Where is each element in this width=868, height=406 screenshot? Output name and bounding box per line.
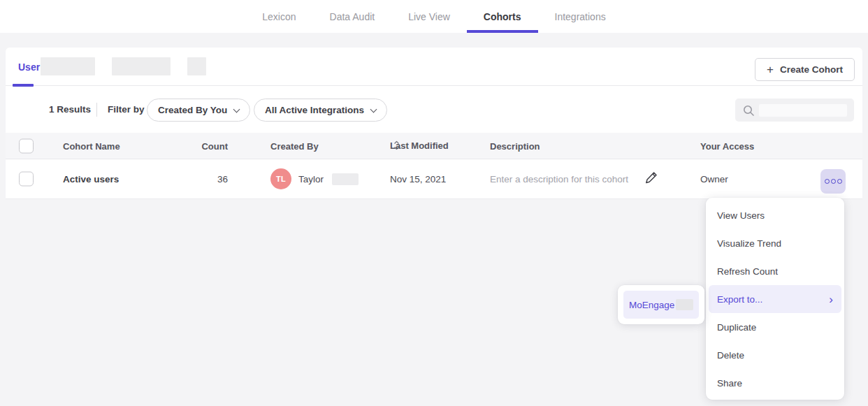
chevron-down-icon	[233, 106, 240, 113]
search-icon	[742, 104, 755, 117]
menu-item-export-to[interactable]: Export to... ›	[709, 285, 841, 313]
submenu-item-moengage[interactable]: MoEngage	[623, 291, 699, 319]
table-header-row: Cohort Name Count Created By Last Modifi…	[6, 133, 862, 159]
description-placeholder[interactable]: Enter a description for this cohort	[490, 174, 628, 184]
pencil-icon	[644, 171, 658, 185]
redacted-tab-block	[41, 57, 95, 75]
menu-item-delete[interactable]: Delete	[706, 341, 844, 369]
menu-item-visualize-trend[interactable]: Visualize Trend	[706, 229, 844, 257]
table-row[interactable]: Active users 36 TL Taylor Nov 15, 2021 E…	[6, 159, 862, 199]
header-your-access: Your Access	[700, 140, 754, 151]
plus-icon: +	[767, 63, 774, 77]
nav-tab-integrations[interactable]: Integrations	[538, 0, 623, 33]
redacted-search-text	[759, 104, 847, 117]
export-to-label: Export to...	[717, 294, 762, 305]
cohort-type-tabs-row: User + Create Cohort	[6, 48, 862, 86]
chevron-down-icon	[370, 106, 377, 113]
nav-tab-live-view[interactable]: Live View	[391, 0, 467, 33]
menu-item-duplicate[interactable]: Duplicate	[706, 313, 844, 341]
created-by-name: Taylor	[298, 174, 324, 184]
dot-icon	[831, 179, 836, 184]
tab-user-cohorts[interactable]: User	[18, 48, 40, 86]
redacted-tab-block	[187, 57, 206, 75]
count-cell: 36	[166, 174, 228, 184]
menu-item-share[interactable]: Share	[706, 369, 844, 397]
top-navigation: Lexicon Data Audit Live View Cohorts Int…	[0, 0, 868, 33]
redacted-submenu-block	[676, 299, 693, 310]
nav-tab-cohorts[interactable]: Cohorts	[467, 0, 538, 33]
redacted-last-name	[332, 173, 359, 185]
menu-item-refresh-count[interactable]: Refresh Count	[706, 257, 844, 285]
create-cohort-button[interactable]: + Create Cohort	[755, 58, 855, 81]
chevron-right-icon: ›	[829, 293, 833, 305]
filter-row: 1 Results Filter by Created By You All A…	[6, 86, 862, 133]
last-modified-cell: Nov 15, 2021	[390, 174, 446, 184]
row-checkbox[interactable]	[19, 172, 34, 187]
header-count: Count	[166, 140, 228, 151]
redacted-tab-block	[112, 57, 171, 75]
cohort-name-cell[interactable]: Active users	[63, 174, 119, 184]
nav-tab-data-audit[interactable]: Data Audit	[313, 0, 392, 33]
created-by-filter-dropdown[interactable]: Created By You	[147, 99, 250, 122]
avatar: TL	[270, 168, 291, 189]
integrations-filter-label: All Active Integrations	[265, 105, 364, 115]
header-last-modified[interactable]: Last Modified	[390, 140, 400, 151]
access-cell: Owner	[700, 174, 728, 184]
moengage-label: MoEngage	[629, 300, 674, 310]
create-cohort-label: Create Cohort	[780, 64, 843, 75]
dot-icon	[825, 179, 830, 184]
divider	[96, 103, 97, 117]
select-all-checkbox[interactable]	[19, 138, 34, 153]
edit-description-button[interactable]	[644, 171, 658, 187]
export-submenu: MoEngage	[618, 285, 704, 324]
created-by-filter-label: Created By You	[158, 105, 227, 115]
dot-icon	[837, 179, 842, 184]
row-actions-menu: View Users Visualize Trend Refresh Count…	[706, 198, 844, 400]
header-description: Description	[490, 140, 540, 151]
cohorts-panel: User + Create Cohort 1 Results Filter by…	[6, 48, 862, 199]
menu-item-view-users[interactable]: View Users	[706, 201, 844, 229]
header-created-by: Created By	[270, 140, 319, 151]
nav-tab-lexicon[interactable]: Lexicon	[245, 0, 312, 33]
header-cohort-name: Cohort Name	[63, 140, 120, 151]
row-actions-menu-button[interactable]	[820, 169, 846, 194]
filter-by-label: Filter by	[108, 104, 145, 115]
results-count: 1 Results	[49, 104, 91, 115]
integrations-filter-dropdown[interactable]: All Active Integrations	[254, 99, 387, 122]
search-input[interactable]	[735, 99, 854, 122]
created-by-cell: TL Taylor	[270, 168, 359, 189]
